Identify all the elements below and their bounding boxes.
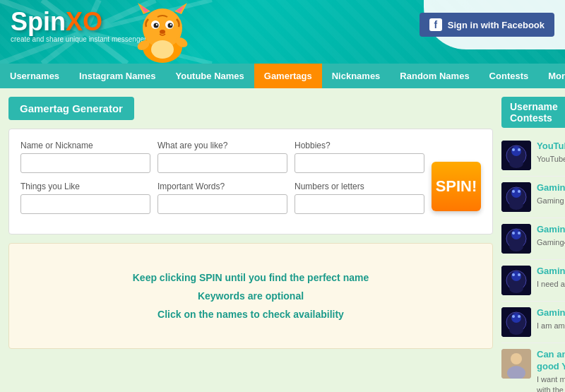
field-words: Important Words?: [157, 182, 287, 214]
svg-point-30: [518, 148, 521, 151]
field-things: Things you Like: [20, 182, 150, 214]
nav-nicknames[interactable]: Nicknames: [322, 64, 391, 88]
generator-form: Name or Nickname What are you like? Hobb…: [8, 129, 493, 234]
svg-point-29: [512, 148, 515, 151]
svg-point-45: [511, 271, 521, 281]
things-input[interactable]: [20, 194, 150, 214]
like-input[interactable]: [157, 153, 287, 173]
svg-point-40: [509, 242, 523, 251]
field-like: What are you like?: [157, 141, 287, 173]
svg-point-19: [156, 24, 157, 25]
nav-random-names[interactable]: Random Names: [390, 64, 479, 88]
contest-desc: Gaming4ever: [537, 237, 565, 248]
contest-item: Can anyone pls come up with a good YouTu…: [501, 343, 565, 392]
svg-point-18: [168, 23, 173, 28]
nav-more[interactable]: More: [538, 64, 565, 88]
svg-point-54: [518, 315, 521, 318]
main-content: Gamertag Generator Name or Nickname What…: [0, 88, 565, 392]
gaming-avatar-icon: [501, 307, 531, 337]
logo-spin: Spin: [11, 7, 66, 36]
contest-avatar: [501, 141, 531, 170]
svg-point-52: [509, 325, 523, 335]
svg-point-21: [160, 30, 165, 34]
form-row-1: Name or Nickname What are you like? Hobb…: [20, 141, 424, 173]
field-name-label: Name or Nickname: [20, 141, 150, 150]
contest-info: Can anyone pls come up with a good YouTu…: [537, 349, 565, 392]
contest-avatar: [501, 307, 531, 337]
nav-youtube-names[interactable]: Youtube Names: [166, 64, 254, 88]
field-numbers: Numbers or letters: [295, 182, 424, 214]
svg-point-46: [509, 283, 523, 293]
field-name: Name or Nickname: [20, 141, 150, 173]
contest-title[interactable]: Gaming channels Names be like: [537, 307, 565, 319]
facebook-signin-button[interactable]: f Sign in with Facebook: [420, 13, 554, 37]
svg-point-41: [512, 232, 515, 234]
svg-point-36: [518, 190, 521, 193]
hint-1: Keep clicking SPIN until you find the pe…: [23, 272, 478, 283]
svg-point-53: [512, 315, 515, 318]
contest-desc: I need a cool name for gaming: [537, 279, 565, 290]
contest-item: YouTube YouTube gaming: [501, 135, 565, 177]
form-row-2: Things you Like Important Words? Numbers…: [20, 182, 424, 214]
nav-gamertags[interactable]: Gamertags: [254, 64, 322, 88]
contest-item: Gaming Gaming4ever: [501, 218, 565, 260]
svg-point-24: [151, 40, 174, 59]
hints-box: Keep clicking SPIN until you find the pe…: [8, 243, 493, 349]
right-panel: Username Contests Start a Contest: [501, 97, 565, 392]
contest-title[interactable]: Can anyone pls come up with a good YouTu…: [537, 349, 565, 373]
contests-title: Username Contests: [501, 97, 565, 128]
contest-item: Gaming channels Names be like I am amazi…: [501, 302, 565, 343]
svg-point-33: [511, 188, 521, 198]
contest-avatar: [501, 182, 531, 212]
field-things-label: Things you Like: [20, 182, 150, 191]
words-input[interactable]: [157, 194, 287, 214]
contest-info: Gaming Channel names be like I need a co…: [537, 266, 565, 295]
numbers-input[interactable]: [295, 194, 424, 214]
contest-title[interactable]: Gaming: [537, 224, 565, 236]
nav-usernames[interactable]: Usernames: [0, 64, 69, 88]
contest-avatar: [501, 266, 531, 295]
contest-desc: I am amazing gaming channel names: [537, 321, 565, 331]
contest-desc: I want my name to include something with…: [537, 374, 565, 392]
field-hobbies-label: Hobbies?: [295, 141, 424, 150]
spin-button[interactable]: SPIN!: [432, 162, 481, 211]
contest-info: Gaming channel Gaming channel Gaming4eve…: [537, 182, 565, 212]
contest-avatar: [501, 349, 531, 379]
gaming-avatar-icon: [501, 182, 531, 212]
contest-item: Gaming channel Gaming channel Gaming4eve…: [501, 177, 565, 218]
svg-point-56: [511, 353, 522, 364]
svg-point-20: [170, 24, 172, 25]
gaming-avatar-icon: [501, 141, 531, 170]
person-avatar-icon: [501, 349, 531, 379]
facebook-btn-label: Sign in with Facebook: [448, 20, 545, 30]
nav-instagram-names[interactable]: Instagram Names: [69, 64, 165, 88]
field-like-label: What are you like?: [157, 141, 287, 150]
logo-xo: XO: [66, 7, 102, 36]
contest-title[interactable]: YouTube: [537, 141, 565, 153]
hint-3: Click on the names to check availability: [23, 309, 478, 320]
svg-point-17: [154, 23, 159, 28]
logo-area: SpinXO: [11, 7, 102, 37]
svg-point-35: [512, 190, 515, 193]
contest-info: Gaming Gaming4ever: [537, 224, 565, 254]
svg-point-28: [509, 158, 523, 168]
hint-2: Keywords are optional: [23, 290, 478, 302]
contests-header: Username Contests Start a Contest: [501, 97, 565, 128]
tiger-mascot: [131, 1, 194, 64]
contest-avatar: [501, 224, 531, 254]
main-nav: Usernames Instagram Names Youtube Names …: [0, 64, 565, 88]
field-words-label: Important Words?: [157, 182, 287, 191]
contests-list: YouTube YouTube gaming: [501, 135, 565, 392]
nav-contests[interactable]: Contests: [480, 64, 539, 88]
hobbies-input[interactable]: [295, 153, 424, 173]
gaming-avatar-icon: [501, 224, 531, 254]
contest-title[interactable]: Gaming Channel names be like: [537, 266, 565, 278]
svg-point-47: [512, 273, 515, 276]
svg-point-34: [509, 200, 523, 210]
name-input[interactable]: [20, 153, 150, 173]
svg-point-42: [518, 232, 521, 234]
contest-desc: Gaming channel Gaming4ever: [537, 196, 565, 206]
svg-point-39: [511, 230, 521, 239]
contest-title[interactable]: Gaming channel: [537, 182, 565, 194]
svg-point-48: [518, 273, 521, 276]
